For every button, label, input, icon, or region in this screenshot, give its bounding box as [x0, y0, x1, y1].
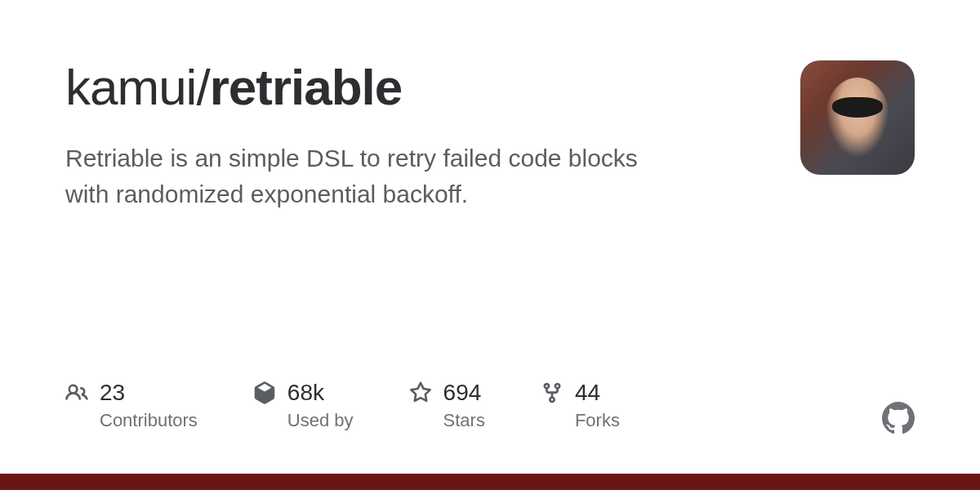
stat-text: 44 Forks — [575, 379, 620, 431]
used-by-stat[interactable]: 68k Used by — [253, 379, 354, 431]
contributors-stat[interactable]: 23 Contributors — [65, 379, 198, 431]
repo-separator: / — [196, 59, 209, 115]
forks-value: 44 — [575, 379, 620, 407]
header-row: kamui/retriable Retriable is an simple D… — [65, 57, 915, 212]
repo-owner: kamui — [65, 59, 196, 115]
forks-label: Forks — [575, 410, 620, 431]
stars-stat[interactable]: 694 Stars — [409, 379, 485, 431]
stat-text: 23 Contributors — [100, 379, 198, 431]
repo-description: Retriable is an simple DSL to retry fail… — [65, 140, 670, 212]
contributors-value: 23 — [100, 379, 198, 407]
package-dependents-icon — [253, 381, 276, 404]
contributors-label: Contributors — [100, 410, 198, 431]
title-section: kamui/retriable Retriable is an simple D… — [65, 57, 800, 212]
forks-stat[interactable]: 44 Forks — [541, 379, 620, 431]
used-by-label: Used by — [287, 410, 354, 431]
stars-label: Stars — [443, 410, 485, 431]
fork-icon — [541, 381, 564, 404]
stars-value: 694 — [443, 379, 485, 407]
stat-text: 68k Used by — [287, 379, 354, 431]
social-card-container: kamui/retriable Retriable is an simple D… — [0, 0, 980, 490]
people-icon — [65, 381, 88, 404]
stats-row: 23 Contributors 68k Used by 694 Stars — [65, 379, 620, 431]
owner-avatar[interactable] — [800, 60, 915, 175]
repo-name: retriable — [210, 59, 403, 115]
star-icon — [409, 381, 432, 404]
github-logo-icon[interactable] — [882, 402, 915, 434]
repo-title[interactable]: kamui/retriable — [65, 57, 800, 118]
stat-text: 694 Stars — [443, 379, 485, 431]
used-by-value: 68k — [287, 379, 354, 407]
accent-bar — [0, 474, 980, 490]
